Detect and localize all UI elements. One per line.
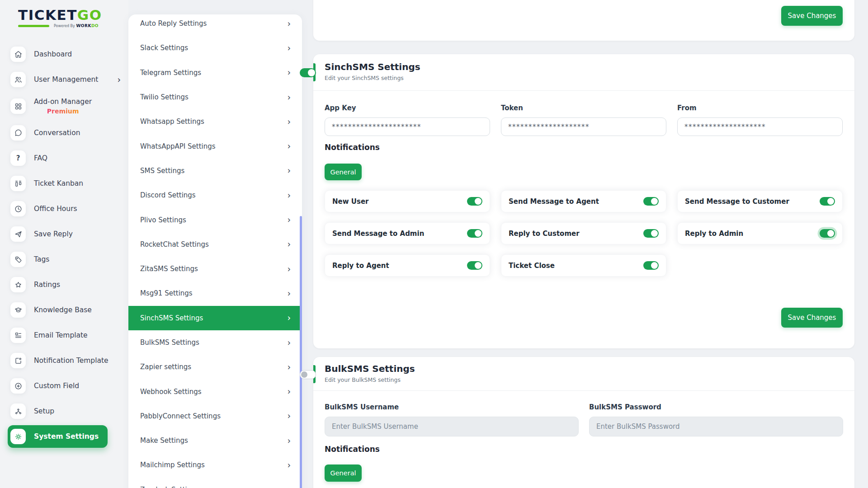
sidebar-item-faq[interactable]: ? FAQ	[0, 145, 128, 171]
chevron-right-icon: ›	[287, 44, 291, 52]
settings-nav-item-make[interactable]: Make Settings›	[128, 428, 302, 453]
ticket-close-toggle[interactable]	[643, 261, 659, 270]
field-bulksms-password: BulkSMS Password	[589, 403, 843, 436]
settings-nav-label: Make Settings	[140, 436, 188, 445]
chevron-right-icon: ›	[287, 412, 291, 420]
reply-to-admin-toggle[interactable]	[820, 229, 835, 238]
sidebar-item-user-management[interactable]: User Management ›	[0, 67, 128, 92]
toggle-row-reply-to-customer: Reply to Customer	[501, 222, 666, 244]
toggle-knob	[475, 230, 481, 237]
sidebar-item-label: Custom Field	[34, 382, 79, 390]
toggle-row-send-message-to-admin: Send Message to Admin	[325, 222, 490, 244]
settings-nav-scrollbar[interactable]	[300, 216, 302, 488]
card-subtitle: Edit your BulkSMS settings	[325, 376, 415, 383]
bulksms-password-input[interactable]	[589, 417, 843, 436]
toggle-row-reply-to-admin: Reply to Admin	[677, 222, 843, 244]
toggle-knob	[301, 371, 307, 378]
toggle-label: New User	[332, 197, 369, 206]
sidebar-item-notification-template[interactable]: Notification Template	[0, 348, 128, 373]
settings-nav-item-sinchsms[interactable]: SinchSMS Settings›	[128, 306, 302, 330]
settings-nav-item-plivo[interactable]: Plivo Settings›	[128, 207, 302, 232]
sidebar-item-custom-field[interactable]: Custom Field	[0, 373, 128, 399]
settings-nav-item-auto-reply[interactable]: Auto Reply Settings›	[128, 14, 302, 36]
field-token: Token	[501, 104, 666, 136]
settings-nav-item-webhook[interactable]: Webhook Settings›	[128, 379, 302, 404]
reply-to-customer-toggle[interactable]	[643, 229, 659, 238]
sidebar-item-tags[interactable]: Tags	[0, 247, 128, 272]
general-tab-button[interactable]: General	[325, 465, 362, 482]
settings-nav-item-zapier[interactable]: Zapier settings›	[128, 355, 302, 379]
settings-nav-item-whatsappapi[interactable]: WhatsAppAPI Settings›	[128, 134, 302, 158]
sidebar-item-save-reply[interactable]: Save Reply	[0, 221, 128, 247]
card-subtitle: Edit your SinchSMS settings	[325, 75, 420, 81]
settings-nav-label: RocketChat Settings	[140, 240, 209, 249]
previous-settings-card: Save Changes	[313, 0, 854, 41]
settings-nav-item-pabblyconnect[interactable]: PabblyConnect Settings›	[128, 404, 302, 428]
new-user-toggle[interactable]	[467, 197, 482, 206]
save-changes-button[interactable]: Save Changes	[781, 6, 843, 26]
sidebar-item-system-settings[interactable]: System Settings	[8, 425, 108, 448]
sinchsms-enabled-toggle[interactable]	[300, 68, 316, 77]
sidebar-item-label: Add-on Manager	[34, 98, 92, 106]
app-logo[interactable]: TICKETGO Powered By WORKDO	[0, 0, 128, 42]
toggle-knob	[827, 230, 834, 237]
sidebar-item-email-template[interactable]: Email Template	[0, 323, 128, 348]
grid-icon	[10, 99, 26, 114]
settings-nav-item-slack[interactable]: Slack Settings›	[128, 36, 302, 60]
toggle-label: Send Message to Agent	[509, 197, 599, 206]
send-message-to-customer-toggle[interactable]	[820, 197, 835, 206]
settings-nav-label: Mailchimp Settings	[140, 461, 205, 469]
premium-badge: Premium	[47, 108, 79, 115]
settings-nav-item-sms[interactable]: SMS Settings›	[128, 159, 302, 183]
toggle-knob	[651, 198, 658, 205]
sidebar-item-setup[interactable]: Setup	[0, 399, 128, 424]
settings-nav-item-rocketchat[interactable]: RocketChat Settings›	[128, 232, 302, 257]
layout-icon	[10, 328, 26, 343]
general-tab-button[interactable]: General	[325, 164, 362, 180]
chevron-right-icon: ›	[287, 191, 291, 200]
settings-nav-item-bulksms[interactable]: BulkSMS Settings›	[128, 330, 302, 355]
settings-nav-label: Twilio Settings	[140, 93, 189, 101]
chevron-right-icon: ›	[287, 461, 291, 469]
sidebar-item-conversation[interactable]: Conversation	[0, 120, 128, 145]
sidebar-item-label: System Settings	[34, 432, 99, 441]
token-input[interactable]	[501, 117, 666, 136]
sidebar-item-label: Ratings	[34, 281, 60, 289]
settings-nav-item-discord[interactable]: Discord Settings›	[128, 183, 302, 207]
chat-bubble-icon	[10, 125, 26, 141]
toggle-row-reply-to-agent: Reply to Agent	[325, 254, 490, 277]
app-key-input[interactable]	[325, 117, 490, 136]
sidebar-item-dashboard[interactable]: Dashboard	[0, 42, 128, 67]
sidebar-item-knowledge-base[interactable]: Knowledge Base	[0, 297, 128, 323]
toggle-label: Reply to Agent	[332, 262, 389, 270]
settings-nav-item-mailchimp[interactable]: Mailchimp Settings›	[128, 453, 302, 477]
bulksms-enabled-toggle[interactable]	[300, 370, 316, 379]
sidebar-item-office-hours[interactable]: Office Hours	[0, 196, 128, 221]
sidebar-item-addon-manager[interactable]: Add-on Manager Premium	[0, 92, 128, 120]
reply-to-agent-toggle[interactable]	[467, 261, 482, 270]
settings-nav-label: Auto Reply Settings	[140, 19, 207, 28]
sidebar-nav: Dashboard User Management › Add-on Manag…	[0, 42, 128, 449]
toggle-row-ticket-close: Ticket Close	[501, 254, 666, 277]
from-input[interactable]	[677, 117, 843, 136]
bulksms-username-input[interactable]	[325, 417, 579, 436]
chevron-right-icon: ›	[287, 387, 291, 396]
sinchsms-fields: App Key Token From	[325, 104, 843, 136]
sidebar-item-label: Setup	[34, 407, 54, 415]
settings-nav-item-msg91[interactable]: Msg91 Settings›	[128, 281, 302, 305]
sidebar-item-ticket-kanban[interactable]: Ticket Kanban	[0, 171, 128, 196]
send-message-to-agent-toggle[interactable]	[643, 197, 659, 206]
settings-nav-label: Zapier settings	[140, 363, 191, 371]
settings-nav-item-twilio[interactable]: Twilio Settings›	[128, 85, 302, 109]
settings-nav-item-whatsapp[interactable]: Whatsapp Settings›	[128, 109, 302, 134]
field-bulksms-username: BulkSMS Username	[325, 403, 579, 436]
send-message-to-admin-toggle[interactable]	[467, 229, 482, 238]
toggle-label: Reply to Admin	[685, 230, 743, 238]
settings-nav-item-zitasms[interactable]: ZitaSMS Settings›	[128, 257, 302, 281]
settings-nav-item-telegram[interactable]: Telegram Settings›	[128, 61, 302, 85]
field-label: BulkSMS Password	[589, 403, 843, 411]
settings-nav-label: SMS Settings	[140, 167, 184, 175]
sidebar-item-ratings[interactable]: Ratings	[0, 272, 128, 297]
save-changes-button[interactable]: Save Changes	[781, 308, 843, 328]
settings-nav-item-zendesk[interactable]: Zendesk Settings›	[128, 478, 302, 488]
